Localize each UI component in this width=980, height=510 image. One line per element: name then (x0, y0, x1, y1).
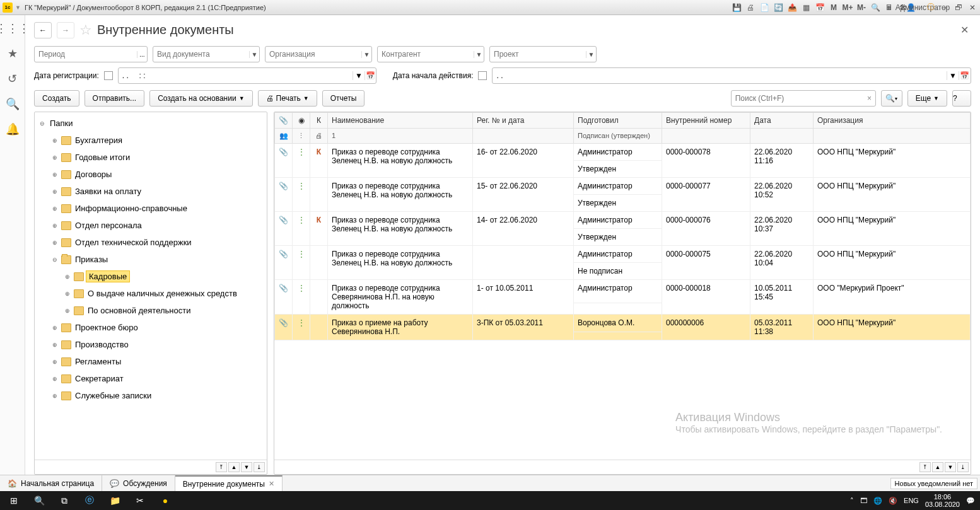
taskview-icon[interactable]: ⧉ (52, 491, 77, 510)
tree-item[interactable]: ⊖Приказы (35, 251, 267, 268)
period-dots-button[interactable]: ... (137, 51, 147, 58)
notifications-badge[interactable]: Новых уведомлений нет (890, 478, 977, 489)
tree-item[interactable]: ⊕О выдаче наличных денежных средств (35, 285, 267, 302)
period-input[interactable] (35, 50, 137, 59)
table-row[interactable]: 📎⋮Приказ о переводе сотрудника Зеленец Н… (275, 246, 971, 263)
reg-date-arrow[interactable]: ▼ (353, 71, 364, 80)
start-date-input[interactable] (493, 71, 946, 80)
tree-item[interactable]: ⊕Информационно-справочные (35, 200, 267, 217)
expand-icon[interactable]: ⊕ (64, 308, 71, 314)
start-date-calendar-icon[interactable]: 📅 (959, 71, 971, 80)
tab-home[interactable]: 🏠 Начальная страница (0, 475, 102, 491)
tree-root[interactable]: ⊖ Папки (35, 115, 267, 132)
tree-item[interactable]: ⊕Договоры (35, 166, 267, 183)
snip-icon[interactable]: ✂ (127, 491, 153, 510)
close-page-button[interactable]: ✕ (958, 21, 971, 38)
tree-item[interactable]: ⊕Служебные записки (35, 387, 267, 404)
collapse-icon[interactable]: ⊖ (38, 120, 46, 127)
grid-icon[interactable]: ▦ (801, 3, 811, 13)
counterparty-arrow[interactable]: ▼ (474, 51, 484, 58)
org-input[interactable] (265, 50, 361, 59)
tree-item[interactable]: ⊕Отдел технической поддержки (35, 234, 267, 251)
reg-date-checkbox[interactable] (104, 71, 113, 80)
expand-icon[interactable]: ⊕ (51, 223, 59, 229)
tray-clock[interactable]: 18:06 03.08.2020 (925, 493, 960, 508)
tree-item[interactable]: ⊕Годовые итоги (35, 149, 267, 166)
reg-date-input[interactable] (119, 71, 353, 80)
expand-icon[interactable]: ⊖ (51, 257, 59, 263)
tree-item[interactable]: ⊕Заявки на оплату (35, 183, 267, 200)
1c-taskbar-icon[interactable]: ● (153, 491, 178, 510)
col-status[interactable]: Подписан (утвержден) (574, 129, 662, 144)
export-icon[interactable]: 📤 (787, 3, 797, 13)
restore-button[interactable]: 🗗 (954, 3, 964, 13)
help-button[interactable]: ? (952, 90, 971, 107)
expand-icon[interactable]: ⊕ (51, 376, 59, 382)
tree-item[interactable]: ⊕Проектное бюро (35, 319, 267, 336)
project-input[interactable] (490, 50, 586, 59)
org-filter[interactable]: ▼ (265, 46, 372, 62)
expand-icon[interactable]: ⊕ (51, 171, 59, 178)
doc-icon[interactable]: 📄 (759, 3, 769, 13)
table-row[interactable]: 📎⋮Приказ о переводе сотрудника Зеленец Н… (275, 178, 971, 195)
tree-item[interactable]: ⊕Секретариат (35, 370, 267, 387)
print-button[interactable]: 🖨 Печать ▼ (258, 90, 317, 107)
org-arrow[interactable]: ▼ (361, 51, 371, 58)
tree-nav-up[interactable]: ▲ (228, 462, 240, 472)
explorer-icon[interactable]: 📁 (102, 491, 127, 510)
tab-discuss[interactable]: 💬 Обсуждения (102, 475, 175, 491)
create-button[interactable]: Создать (34, 90, 79, 107)
col-date[interactable]: Дата (750, 113, 814, 129)
tree-item[interactable]: ⊕Бухгалтерия (35, 132, 267, 149)
tree-nav-last[interactable]: ⤓ (254, 462, 265, 472)
tree-item[interactable]: ⊕По основной деятельности (35, 302, 267, 319)
expand-icon[interactable]: ⊕ (64, 291, 71, 297)
create-based-button[interactable]: Создать на основании ▼ (149, 90, 252, 107)
expand-icon[interactable]: ⊕ (64, 274, 71, 280)
tray-battery-icon[interactable]: 🗔 (860, 497, 867, 504)
expand-icon[interactable]: ⊕ (51, 188, 59, 195)
tree-item[interactable]: ⊕Отдел персонала (35, 217, 267, 234)
search-input[interactable] (732, 94, 864, 103)
reg-date-calendar-icon[interactable]: 📅 (365, 71, 376, 80)
table-row[interactable]: 📎⋮Приказ о приеме на работу Северянинова… (275, 315, 971, 332)
expand-icon[interactable]: ⊕ (51, 325, 59, 331)
table-nav-down[interactable]: ▼ (945, 462, 956, 472)
col-circle[interactable]: ◉ (293, 113, 310, 129)
print-icon[interactable]: 🖨 (745, 3, 755, 13)
col-reg[interactable]: Рег. № и дата (473, 113, 574, 129)
m-badge[interactable]: M (829, 3, 839, 13)
expand-icon[interactable]: ⊕ (51, 359, 59, 365)
tab-current[interactable]: Внутренние документы ✕ (175, 475, 283, 491)
calc-icon[interactable]: 🖩 (884, 3, 894, 13)
search-clear-button[interactable]: × (863, 94, 875, 103)
col-org[interactable]: Организация (814, 113, 971, 129)
dropdown-icon[interactable]: ▼ (15, 4, 21, 11)
table-row[interactable]: 📎⋮КПриказ о переводе сотрудника Зеленец … (275, 212, 971, 229)
search-rail-icon[interactable]: 🔍 (6, 97, 20, 111)
period-filter[interactable]: ... (34, 46, 148, 62)
more-button[interactable]: Еще ▼ (907, 90, 947, 107)
project-filter[interactable]: ▼ (489, 46, 597, 62)
calendar-icon[interactable]: 📅 (815, 3, 825, 13)
expand-icon[interactable]: ⊕ (51, 154, 59, 161)
forward-button[interactable]: → (57, 22, 74, 38)
tray-lang[interactable]: ENG (904, 497, 919, 504)
doctype-input[interactable] (153, 50, 249, 59)
table-nav-up[interactable]: ▲ (932, 462, 943, 472)
close-window-button[interactable]: ✕ (967, 3, 977, 13)
mminus-badge[interactable]: M- (856, 3, 866, 13)
search-taskbar-icon[interactable]: 🔍 (26, 491, 52, 510)
col-clip[interactable]: 📎 (275, 113, 293, 129)
back-button[interactable]: ← (34, 22, 52, 38)
history-icon[interactable]: ↺ (8, 72, 17, 86)
expand-icon[interactable]: ⊕ (51, 137, 59, 144)
expand-icon[interactable]: ⊕ (51, 393, 59, 399)
col-k[interactable]: К (310, 113, 328, 129)
tree-item[interactable]: ⊕Регламенты (35, 353, 267, 370)
col-people-icon[interactable]: 👥 (275, 129, 293, 144)
expand-icon[interactable]: ⊕ (51, 206, 59, 212)
ie-icon[interactable]: ⓔ (77, 491, 102, 510)
user-label[interactable]: 👤 Администратор (912, 3, 922, 13)
send-button[interactable]: Отправить... (85, 90, 145, 107)
